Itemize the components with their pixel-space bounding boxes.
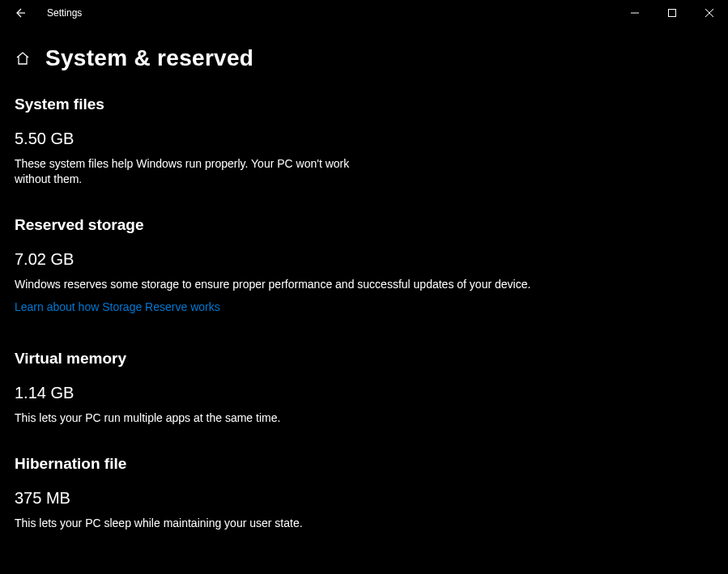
titlebar: Settings: [0, 0, 728, 26]
minimize-button[interactable]: [616, 0, 653, 26]
system-files-heading: System files: [15, 96, 567, 113]
home-button[interactable]: [15, 50, 31, 66]
section-hibernation-file: Hibernation file 375 MB This lets your P…: [15, 455, 567, 531]
close-icon: [705, 9, 713, 17]
system-files-value: 5.50 GB: [15, 130, 567, 148]
section-reserved-storage: Reserved storage 7.02 GB Windows reserve…: [15, 216, 567, 314]
system-files-desc: These system files help Windows run prop…: [15, 156, 355, 187]
reserved-storage-value: 7.02 GB: [15, 250, 567, 269]
virtual-memory-value: 1.14 GB: [15, 384, 567, 402]
back-arrow-icon: [13, 6, 26, 19]
window-title: Settings: [47, 7, 82, 19]
maximize-icon: [668, 9, 676, 17]
content: System files 5.50 GB These system files …: [0, 71, 567, 530]
hibernation-file-value: 375 MB: [15, 489, 567, 508]
hibernation-file-desc: This lets your PC sleep while maintainin…: [15, 516, 533, 531]
section-system-files: System files 5.50 GB These system files …: [15, 96, 567, 187]
home-icon: [15, 51, 30, 66]
back-button[interactable]: [8, 2, 31, 24]
minimize-icon: [631, 9, 639, 17]
maximize-button[interactable]: [653, 0, 691, 26]
virtual-memory-heading: Virtual memory: [15, 350, 567, 368]
page-header: System & reserved: [0, 45, 728, 71]
hibernation-file-heading: Hibernation file: [15, 455, 567, 473]
close-button[interactable]: [691, 0, 728, 26]
page-title: System & reserved: [45, 45, 253, 71]
svg-rect-0: [669, 10, 676, 17]
reserved-storage-desc: Windows reserves some storage to ensure …: [15, 277, 533, 292]
reserved-storage-link[interactable]: Learn about how Storage Reserve works: [15, 300, 220, 313]
section-virtual-memory: Virtual memory 1.14 GB This lets your PC…: [15, 350, 567, 426]
reserved-storage-heading: Reserved storage: [15, 216, 567, 234]
virtual-memory-desc: This lets your PC run multiple apps at t…: [15, 410, 533, 426]
window-controls: [616, 0, 728, 26]
